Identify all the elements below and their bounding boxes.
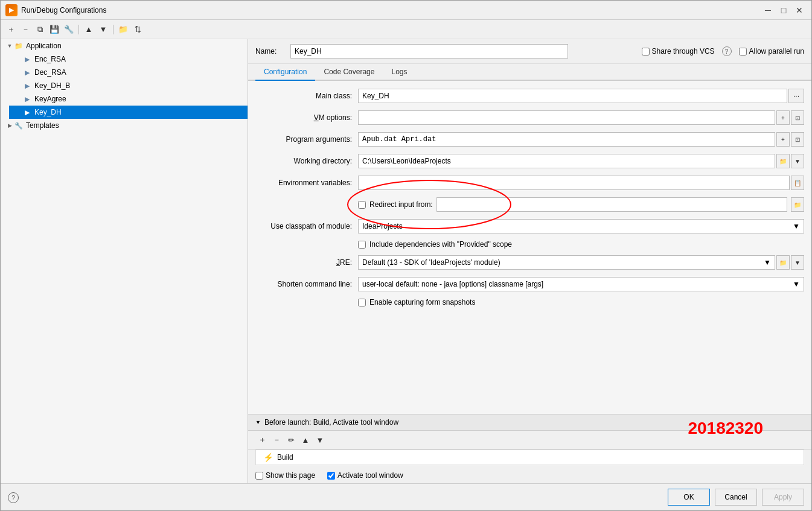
config-icon-enc-rsa: ▶ xyxy=(22,54,32,64)
help-button[interactable]: ? xyxy=(722,46,732,56)
tree-application-group[interactable]: ▼ 📁 Application xyxy=(1,39,248,52)
config-icon-dec-rsa: ▶ xyxy=(22,68,32,77)
shorten-select[interactable]: user-local default: none - java [options… xyxy=(358,277,804,291)
main-class-input-group: ··· xyxy=(358,89,804,103)
sort-button[interactable]: ⇅ xyxy=(131,23,144,36)
before-launch-header: ▼ Before launch: Build, Activate tool wi… xyxy=(248,414,811,431)
redirect-input[interactable] xyxy=(436,197,787,212)
classpath-select[interactable]: IdeaProjects ▼ xyxy=(358,219,804,233)
key-dh-label: Key_DH xyxy=(34,108,62,116)
shorten-row: Shorten command line: user-local default… xyxy=(255,276,804,292)
templates-label: Templates xyxy=(26,121,59,130)
tree-templates-group[interactable]: ▶ 🔧 Templates xyxy=(1,119,248,132)
program-args-label: Program arguments: xyxy=(255,135,358,144)
redirect-browse-button[interactable]: 📁 xyxy=(791,197,804,212)
shorten-select-group: user-local default: none - java [options… xyxy=(358,277,804,291)
classpath-select-value: IdeaProjects xyxy=(362,222,403,230)
show-page-checkbox[interactable] xyxy=(255,472,263,480)
tree-item-key-dh-b[interactable]: ▶ Key_DH_B xyxy=(9,79,248,92)
main-class-browse-button[interactable]: ··· xyxy=(788,89,804,103)
before-launch-expand-icon: ▼ xyxy=(255,419,261,425)
working-dir-input-group: 📁 ▼ xyxy=(358,154,804,168)
share-vcs-checkbox[interactable] xyxy=(642,48,650,56)
main-class-input[interactable] xyxy=(358,89,787,103)
apply-button[interactable]: Apply xyxy=(762,489,804,506)
tab-logs[interactable]: Logs xyxy=(383,64,415,81)
jre-more-button[interactable]: ▼ xyxy=(791,255,804,270)
move-up-button[interactable]: ▲ xyxy=(82,23,95,36)
bottom-bar: ? OK Cancel Apply xyxy=(1,483,811,510)
program-args-input[interactable] xyxy=(358,132,775,147)
bottom-help-area: ? xyxy=(8,492,19,503)
redirect-input-label: Redirect input from: xyxy=(369,200,433,209)
build-label: Build xyxy=(277,453,293,462)
config-icon-keyagree: ▶ xyxy=(22,94,32,104)
vm-options-input[interactable] xyxy=(358,110,775,125)
show-page-label: Show this page xyxy=(266,471,315,480)
env-vars-input-group: 📋 xyxy=(358,176,804,190)
ok-button[interactable]: OK xyxy=(668,489,710,506)
window-title: Run/Debug Configurations xyxy=(21,6,761,14)
toolbar-separator-1 xyxy=(78,25,79,34)
tab-code-coverage[interactable]: Code Coverage xyxy=(315,64,383,81)
tree-item-key-dh[interactable]: ▶ Key_DH xyxy=(9,106,248,119)
before-launch-build-item: ⚡ Build xyxy=(255,449,804,465)
content-area: ▼ 📁 Application ▶ Enc_RSA ▶ Dec_RSA ▶ xyxy=(1,39,811,483)
bottom-help-button[interactable]: ? xyxy=(8,492,19,503)
templates-expand-icon: ▶ xyxy=(5,121,14,130)
window-controls: ─ □ ✕ xyxy=(761,3,807,17)
maximize-button[interactable]: □ xyxy=(776,3,791,17)
share-vcs-label: Share through VCS xyxy=(652,47,715,56)
jre-browse-button[interactable]: 📁 xyxy=(776,255,790,270)
working-dir-input[interactable] xyxy=(358,154,775,168)
move-down-button[interactable]: ▼ xyxy=(97,23,110,36)
name-input[interactable] xyxy=(290,44,568,59)
env-vars-input[interactable] xyxy=(358,176,790,190)
include-deps-checkbox[interactable] xyxy=(358,241,366,249)
before-launch-up-button[interactable]: ▲ xyxy=(299,433,312,446)
enc-rsa-label: Enc_RSA xyxy=(34,55,66,63)
enable-snapshots-checkbox[interactable] xyxy=(358,299,366,306)
vm-options-expand-button[interactable]: + xyxy=(776,110,790,125)
program-args-fullscreen-button[interactable]: ⊡ xyxy=(791,132,804,147)
tabs-bar: Configuration Code Coverage Logs xyxy=(248,64,811,81)
name-row: Name: Share through VCS ? Allow parallel… xyxy=(248,39,811,64)
before-launch-toolbar: ＋ － ✏ ▲ ▼ xyxy=(248,431,811,449)
env-vars-edit-button[interactable]: 📋 xyxy=(791,176,804,190)
cancel-button[interactable]: Cancel xyxy=(715,489,757,506)
remove-config-button[interactable]: － xyxy=(19,23,32,36)
copy-config-button[interactable]: ⧉ xyxy=(33,23,46,36)
folder-button[interactable]: 📁 xyxy=(117,23,130,36)
add-config-button[interactable]: ＋ xyxy=(4,23,18,36)
jre-label: JRE: xyxy=(255,258,358,267)
allow-parallel-group: Allow parallel run xyxy=(739,47,804,56)
before-launch-add-button[interactable]: ＋ xyxy=(255,433,269,446)
redirect-checkbox[interactable] xyxy=(358,201,366,209)
spacer xyxy=(14,81,22,90)
jre-select[interactable]: Default (13 - SDK of 'IdeaProjects' modu… xyxy=(358,255,775,270)
tree-item-dec-rsa[interactable]: ▶ Dec_RSA xyxy=(9,66,248,79)
before-launch-down-button[interactable]: ▼ xyxy=(313,433,327,446)
save-config-button[interactable]: 💾 xyxy=(48,23,61,36)
main-class-row: Main class: ··· xyxy=(255,88,804,104)
before-launch-section: ▼ Before launch: Build, Activate tool wi… xyxy=(248,414,811,483)
tree-item-keyagree[interactable]: ▶ KeyAgree xyxy=(9,92,248,106)
close-button[interactable]: ✕ xyxy=(792,3,807,17)
form-area: Main class: ··· VM options: + ⊡ xyxy=(248,81,811,414)
classpath-label: Use classpath of module: xyxy=(255,222,358,230)
before-launch-edit-button[interactable]: ✏ xyxy=(284,433,298,446)
program-args-row: Program arguments: + ⊡ xyxy=(255,132,804,147)
tab-configuration[interactable]: Configuration xyxy=(255,64,315,81)
key-dh-b-label: Key_DH_B xyxy=(34,81,70,90)
before-launch-remove-button[interactable]: － xyxy=(270,433,283,446)
spacer xyxy=(14,68,22,77)
allow-parallel-checkbox[interactable] xyxy=(739,48,747,56)
settings-button[interactable]: 🔧 xyxy=(62,23,75,36)
tree-item-enc-rsa[interactable]: ▶ Enc_RSA xyxy=(9,52,248,66)
activate-window-checkbox[interactable] xyxy=(327,472,335,480)
working-dir-browse-button[interactable]: 📁 xyxy=(776,154,790,168)
working-dir-dropdown-button[interactable]: ▼ xyxy=(791,154,804,168)
minimize-button[interactable]: ─ xyxy=(761,3,775,17)
program-args-expand-button[interactable]: + xyxy=(776,132,790,147)
vm-options-fullscreen-button[interactable]: ⊡ xyxy=(791,110,804,125)
